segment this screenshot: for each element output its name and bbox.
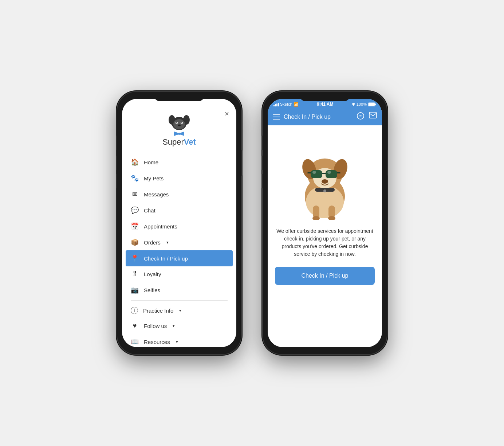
menu-item-loyalty[interactable]: 🎖 Loyalty [126, 266, 233, 282]
svg-marker-10 [174, 132, 178, 136]
menu-list: 🏠 Home 🐾 My Pets ✉ Messages 💬 Chat 📅 [122, 154, 236, 347]
logo-text: SuperVet [162, 137, 196, 147]
svg-point-12 [178, 133, 180, 135]
status-left: Sketch 📶 [273, 102, 299, 107]
svg-rect-32 [326, 170, 337, 178]
right-phone: Sketch 📶 9:41 AM ✱ 100% Check In / Pick … [263, 92, 387, 354]
hamburger-menu-button[interactable] [273, 114, 280, 120]
menu-label-chat: Chat [144, 207, 155, 214]
follow-us-arrow-icon: ▾ [173, 324, 175, 328]
battery-label: 100% [357, 102, 367, 106]
svg-rect-33 [322, 173, 326, 174]
menu-item-resources[interactable]: 📖 Resources ▾ [126, 334, 233, 347]
menu-label-checkin: Check In / Pick up [144, 255, 188, 262]
bowtie-icon [174, 132, 184, 136]
menu-label-follow-us: Follow us [144, 323, 167, 329]
checkin-icon: 📍 [131, 254, 139, 262]
svg-marker-11 [180, 132, 184, 136]
orders-icon: 📦 [131, 238, 139, 246]
heart-icon: ♥ [131, 322, 139, 330]
menu-label-orders: Orders [144, 239, 161, 246]
loyalty-icon: 🎖 [131, 270, 139, 278]
svg-rect-14 [369, 103, 375, 106]
svg-point-18 [360, 116, 361, 117]
calendar-icon: 📅 [131, 222, 139, 230]
menu-label-home: Home [144, 159, 158, 165]
menu-item-chat[interactable]: 💬 Chat [126, 202, 233, 218]
info-icon: i [131, 307, 138, 314]
menu-item-home[interactable]: 🏠 Home [126, 154, 233, 170]
home-icon: 🏠 [131, 158, 139, 166]
menu-item-selfies[interactable]: 📷 Selfies [126, 282, 233, 298]
status-right: ✱ 100% [352, 102, 376, 107]
chat-icon: 💬 [131, 206, 139, 214]
menu-label-my-pets: My Pets [144, 175, 164, 181]
menu-divider-1 [131, 300, 228, 301]
menu-label-practice-info: Practice Info [143, 308, 173, 314]
mail-nav-icon[interactable] [369, 112, 377, 122]
svg-rect-15 [375, 103, 376, 105]
menu-label-loyalty: Loyalty [144, 271, 161, 277]
practice-info-arrow-icon: ▾ [179, 308, 181, 313]
menu-item-messages[interactable]: ✉ Messages [126, 186, 233, 202]
svg-rect-37 [337, 172, 340, 173]
notch [154, 92, 205, 101]
menu-screen: × [122, 99, 236, 347]
chat-nav-icon[interactable] [357, 112, 365, 122]
menu-item-appointments[interactable]: 📅 Appointments [126, 218, 233, 234]
dog-logo-icon [168, 113, 190, 132]
bluetooth-icon: ✱ [352, 102, 355, 107]
close-button[interactable]: × [225, 110, 229, 118]
svg-point-6 [176, 122, 177, 124]
checkin-button[interactable]: Check In / Pick up [275, 267, 375, 285]
logo-area: SuperVet [162, 113, 196, 147]
svg-point-19 [361, 116, 362, 117]
left-screen: × [122, 99, 236, 347]
svg-point-17 [359, 116, 360, 117]
svg-point-35 [327, 171, 331, 174]
carrier-label: Sketch [280, 102, 292, 106]
menu-label-selfies: Selfies [144, 287, 160, 293]
svg-rect-20 [369, 112, 377, 118]
menu-item-follow-us[interactable]: ♥ Follow us ▾ [126, 318, 233, 334]
menu-item-my-pets[interactable]: 🐾 My Pets [126, 170, 233, 186]
book-icon: 📖 [131, 338, 139, 346]
menu-item-checkin[interactable]: 📍 Check In / Pick up [126, 250, 233, 266]
menu-label-messages: Messages [144, 191, 169, 197]
nav-title: Check In / Pick up [284, 114, 353, 120]
dog-illustration [290, 133, 359, 220]
resources-arrow-icon: ▾ [176, 340, 178, 344]
curbside-description: We offer curbside services for appointme… [268, 224, 382, 262]
menu-label-appointments: Appointments [144, 223, 177, 230]
svg-point-7 [181, 122, 182, 124]
wifi-icon: 📶 [294, 102, 299, 107]
svg-point-38 [322, 179, 328, 184]
svg-point-8 [178, 125, 181, 126]
battery-icon [368, 102, 376, 106]
orders-arrow-icon: ▾ [166, 240, 169, 245]
svg-point-40 [323, 189, 326, 192]
menu-item-practice-info[interactable]: i Practice Info ▾ [126, 303, 233, 318]
nav-icons [357, 112, 377, 122]
svg-rect-31 [311, 170, 322, 178]
svg-rect-36 [307, 172, 311, 173]
right-notch [299, 92, 350, 101]
dog-image-area [268, 125, 382, 224]
status-time: 9:41 AM [317, 102, 334, 107]
menu-label-resources: Resources [144, 339, 170, 345]
selfie-icon: 📷 [131, 286, 139, 294]
mail-icon: ✉ [131, 190, 139, 198]
nav-bar: Check In / Pick up [268, 108, 382, 125]
svg-point-34 [312, 171, 316, 174]
svg-point-3 [173, 119, 185, 129]
signal-icon [273, 102, 279, 106]
logo-vet: Vet [184, 137, 196, 146]
menu-item-orders[interactable]: 📦 Orders ▾ [126, 234, 233, 250]
right-screen: Sketch 📶 9:41 AM ✱ 100% Check In / Pick … [268, 99, 382, 347]
left-phone: × [117, 92, 241, 354]
paw-icon: 🐾 [131, 174, 139, 182]
